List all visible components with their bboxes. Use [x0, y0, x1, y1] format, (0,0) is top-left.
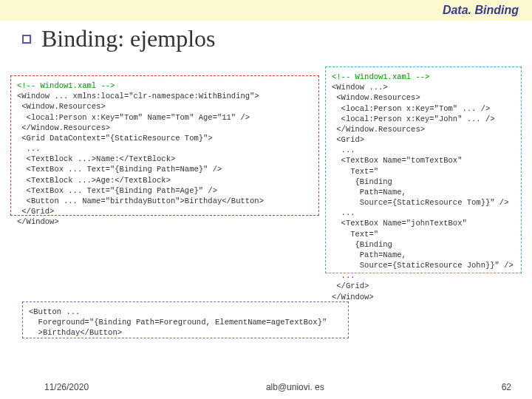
code-body: <Button ... Foreground="{Binding Path=Fo… [29, 307, 327, 337]
footer: 11/26/2020 alb@uniovi. es 62 [0, 375, 532, 399]
header-bar: Data. Binding [0, 0, 532, 21]
code-block-bottom: <Button ... Foreground="{Binding Path=Fo… [22, 301, 349, 338]
code-comment: <!-- Window1.xaml --> [332, 72, 429, 81]
footer-page: 62 [502, 382, 511, 392]
code-comment: <!-- Window1.xaml --> [17, 81, 115, 90]
header-topic: Data. Binding [443, 4, 519, 17]
title-row: Binding: ejemplos [0, 21, 532, 52]
code-body: <Window ...> <Window.Resources> <local:P… [332, 83, 514, 301]
slide: Data. Binding Binding: ejemplos <!-- Win… [0, 0, 532, 399]
content-area: <!-- Window1.xaml --> <Window ... xmlns:… [0, 66, 532, 362]
footer-email: alb@uniovi. es [266, 382, 324, 392]
code-block-left: <!-- Window1.xaml --> <Window ... xmlns:… [10, 75, 319, 216]
code-body: <Window ... xmlns:local="clr-namespace:W… [17, 92, 264, 226]
title-bullet-icon [22, 35, 31, 44]
footer-date: 11/26/2020 [44, 382, 89, 392]
code-block-right: <!-- Window1.xaml --> <Window ...> <Wind… [325, 66, 522, 273]
slide-title: Binding: ejemplos [41, 25, 216, 52]
